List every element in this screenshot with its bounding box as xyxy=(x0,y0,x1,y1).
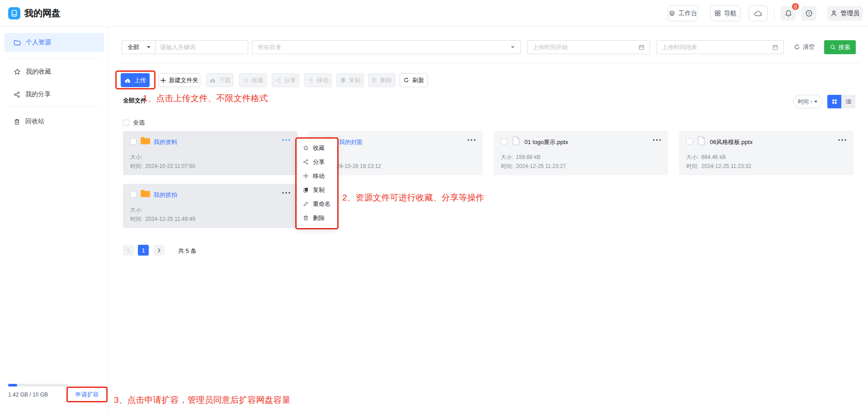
search-type-value: 全部 xyxy=(127,43,139,51)
sidebar-item-recycle-bin[interactable]: 回收站 xyxy=(5,112,104,131)
menu-item-label: 移动 xyxy=(313,172,325,180)
file-card[interactable]: 01 logo展示.pptx 大小:159.68 kB 时间:2024-12-2… xyxy=(494,131,668,175)
plus-icon xyxy=(160,78,166,83)
star-icon xyxy=(14,68,21,75)
menu-item-label: 删除 xyxy=(313,214,325,222)
file-card[interactable]: 我的抓拍 大小: 时间:2024-12-25 11:49:49 xyxy=(123,184,297,228)
trash-icon xyxy=(14,118,20,125)
more-actions-icon[interactable] xyxy=(467,139,476,141)
menu-item-favorite[interactable]: 收藏 xyxy=(297,141,337,155)
folder-icon xyxy=(140,136,151,145)
notification-badge: 8 xyxy=(792,3,799,10)
trash-icon xyxy=(303,215,309,221)
sort-select[interactable]: 时间 ↑ xyxy=(793,95,822,108)
card-checkbox[interactable] xyxy=(501,138,507,145)
help-button[interactable]: ? xyxy=(802,6,816,21)
clear-label: 清空 xyxy=(803,43,815,51)
sidebar-item-shares[interactable]: 我的分享 xyxy=(5,85,104,103)
context-menu: 收藏 分享 移动 复制 重命名 删除 xyxy=(297,139,337,228)
share-button[interactable]: 分享 xyxy=(272,73,299,87)
download-button[interactable]: 下载 xyxy=(206,73,234,87)
admin-user-button[interactable]: 管理员 xyxy=(827,6,863,21)
select-all-label: 全选 xyxy=(133,119,145,127)
list-view-button[interactable] xyxy=(841,95,855,108)
cloud-button[interactable] xyxy=(749,5,768,21)
pagination-page-1[interactable]: 1 xyxy=(138,245,149,256)
menu-item-delete[interactable]: 删除 xyxy=(297,211,337,225)
trash-icon xyxy=(371,77,377,83)
share-label: 分享 xyxy=(284,76,296,84)
copy-icon xyxy=(340,77,346,83)
search-button[interactable]: 搜索 xyxy=(824,40,856,54)
pagination-next-button[interactable] xyxy=(154,245,165,256)
file-name[interactable]: 我的封面 xyxy=(339,138,363,146)
search-type-select[interactable]: 全部 xyxy=(122,41,156,54)
pagination-prev-button[interactable] xyxy=(123,245,134,256)
star-icon xyxy=(243,77,249,83)
keyword-search-group: 全部 xyxy=(122,40,248,54)
question-icon: ? xyxy=(805,9,813,17)
sidebar-item-favorites[interactable]: 我的收藏 xyxy=(5,63,104,81)
date-end-placeholder: 上传时间结束 xyxy=(662,43,697,51)
view-toggle xyxy=(827,95,855,108)
file-card[interactable]: 我的资料 大小: 时间:2024-10-23 11:07:50 xyxy=(123,131,297,175)
size-label: 大小: xyxy=(130,207,142,213)
more-actions-icon[interactable] xyxy=(282,139,290,141)
new-folder-label: 新建文件夹 xyxy=(169,76,198,84)
top-header: 我的网盘 工作台 导航 8 ? 管理员 xyxy=(0,0,868,27)
time-value: 2024-10-28 18:13:12 xyxy=(330,163,381,169)
menu-item-copy[interactable]: 复制 xyxy=(297,183,337,197)
chevron-left-icon xyxy=(126,248,131,253)
time-value: 2024-12-25 11:23:27 xyxy=(516,163,566,169)
file-name[interactable]: 我的抓拍 xyxy=(154,191,177,199)
sidebar-item-label: 回收站 xyxy=(25,117,44,126)
file-name[interactable]: 我的资料 xyxy=(154,138,177,146)
refresh-button[interactable]: 刷新 xyxy=(400,73,428,87)
time-value: 2024-12-25 11:49:49 xyxy=(145,216,195,222)
delete-button[interactable]: 删除 xyxy=(368,73,395,87)
date-end-picker[interactable]: 上传时间结束 xyxy=(656,40,784,54)
upload-cloud-icon xyxy=(124,78,131,83)
notifications-button[interactable]: 8 xyxy=(781,6,796,21)
favorite-button[interactable]: 收藏 xyxy=(239,73,267,87)
list-view-icon xyxy=(845,98,852,105)
grid-view-icon xyxy=(831,98,838,105)
grid-view-button[interactable] xyxy=(827,95,841,108)
menu-item-rename[interactable]: 重命名 xyxy=(297,197,337,211)
file-name[interactable]: 01 logo展示.pptx xyxy=(524,138,568,146)
card-checkbox[interactable] xyxy=(686,138,693,145)
menu-item-move[interactable]: 移动 xyxy=(297,169,337,183)
move-button[interactable]: 移动 xyxy=(304,73,332,87)
size-value: 684.46 kB xyxy=(701,154,726,160)
copy-button[interactable]: 复制 xyxy=(336,73,364,87)
workbench-label: 工作台 xyxy=(679,9,698,18)
request-expand-link[interactable]: 申请扩容 xyxy=(75,391,99,399)
annotation-box-expand: 申请扩容 xyxy=(66,387,108,402)
more-actions-icon[interactable] xyxy=(653,139,661,141)
upload-button[interactable]: 上传 xyxy=(121,73,150,87)
card-checkbox[interactable] xyxy=(130,138,137,145)
file-name[interactable]: 06风格模板.pptx xyxy=(710,138,753,146)
new-folder-button[interactable]: 新建文件夹 xyxy=(158,73,200,87)
search-label: 搜索 xyxy=(839,43,850,51)
more-actions-icon[interactable] xyxy=(838,139,846,141)
keyword-input[interactable] xyxy=(156,41,248,54)
menu-item-share[interactable]: 分享 xyxy=(297,155,337,169)
date-start-picker[interactable]: 上传时间开始 xyxy=(527,40,650,54)
sidebar-item-personal-resources[interactable]: 个人资源 xyxy=(5,33,104,52)
copy-label: 复制 xyxy=(349,76,361,84)
select-all-checkbox[interactable] xyxy=(123,120,129,126)
refresh-icon xyxy=(403,77,409,83)
menu-item-label: 重命名 xyxy=(313,200,330,208)
nav-button[interactable]: 导航 xyxy=(710,5,741,21)
time-value: 2024-12-25 11:23:32 xyxy=(701,163,751,169)
card-checkbox[interactable] xyxy=(130,191,137,197)
share-icon xyxy=(14,91,20,98)
storage-progress-fill xyxy=(8,384,17,387)
time-label: 时间: xyxy=(501,163,513,169)
directory-select[interactable]: 所在目录 xyxy=(252,40,521,54)
workbench-button[interactable]: 工作台 xyxy=(668,5,698,21)
clear-button[interactable]: 清空 xyxy=(794,43,815,51)
more-actions-icon[interactable] xyxy=(282,192,290,194)
file-card[interactable]: 06风格模板.pptx 大小:684.46 kB 时间:2024-12-25 1… xyxy=(679,131,854,175)
